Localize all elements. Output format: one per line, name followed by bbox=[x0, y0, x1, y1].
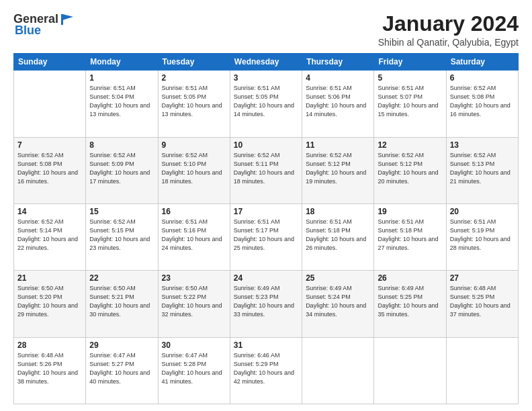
table-row bbox=[374, 337, 446, 404]
header: General Blue January 2024 Shibin al Qana… bbox=[13, 12, 519, 48]
header-thursday: Thursday bbox=[302, 54, 374, 71]
day-info: Sunrise: 6:52 AM Sunset: 5:14 PM Dayligh… bbox=[17, 218, 82, 253]
calendar-week-row: 1 Sunrise: 6:51 AM Sunset: 5:04 PM Dayli… bbox=[14, 71, 519, 137]
table-row: 18 Sunrise: 6:51 AM Sunset: 5:18 PM Dayl… bbox=[302, 203, 374, 270]
day-number: 17 bbox=[234, 207, 298, 216]
day-number: 29 bbox=[89, 340, 154, 350]
day-info: Sunrise: 6:52 AM Sunset: 5:08 PM Dayligh… bbox=[450, 84, 515, 119]
title-block: January 2024 Shibin al Qanatir, Qalyubia… bbox=[378, 12, 519, 48]
day-info: Sunrise: 6:48 AM Sunset: 5:25 PM Dayligh… bbox=[450, 284, 515, 319]
day-number: 8 bbox=[89, 140, 154, 150]
table-row: 3 Sunrise: 6:51 AM Sunset: 5:05 PM Dayli… bbox=[230, 71, 302, 137]
day-info: Sunrise: 6:51 AM Sunset: 5:07 PM Dayligh… bbox=[378, 84, 442, 119]
table-row: 27 Sunrise: 6:48 AM Sunset: 5:25 PM Dayl… bbox=[446, 271, 518, 337]
table-row: 25 Sunrise: 6:49 AM Sunset: 5:24 PM Dayl… bbox=[302, 271, 374, 337]
table-row: 6 Sunrise: 6:52 AM Sunset: 5:08 PM Dayli… bbox=[446, 71, 518, 137]
title-location: Shibin al Qanatir, Qalyubia, Egypt bbox=[378, 37, 519, 48]
day-number: 24 bbox=[234, 273, 298, 283]
table-row: 11 Sunrise: 6:52 AM Sunset: 5:12 PM Dayl… bbox=[302, 137, 374, 203]
day-number: 7 bbox=[17, 140, 82, 150]
day-info: Sunrise: 6:49 AM Sunset: 5:25 PM Dayligh… bbox=[378, 284, 442, 319]
day-info: Sunrise: 6:51 AM Sunset: 5:17 PM Dayligh… bbox=[234, 218, 298, 253]
day-info: Sunrise: 6:52 AM Sunset: 5:08 PM Dayligh… bbox=[17, 151, 82, 186]
day-number: 2 bbox=[162, 73, 226, 83]
day-info: Sunrise: 6:51 AM Sunset: 5:05 PM Dayligh… bbox=[162, 84, 226, 119]
svg-marker-0 bbox=[62, 14, 73, 20]
day-info: Sunrise: 6:52 AM Sunset: 5:12 PM Dayligh… bbox=[378, 151, 442, 186]
calendar-week-row: 7 Sunrise: 6:52 AM Sunset: 5:08 PM Dayli… bbox=[14, 137, 519, 203]
table-row: 22 Sunrise: 6:50 AM Sunset: 5:21 PM Dayl… bbox=[86, 271, 158, 337]
table-row: 21 Sunrise: 6:50 AM Sunset: 5:20 PM Dayl… bbox=[14, 271, 86, 337]
day-number: 15 bbox=[89, 207, 154, 216]
day-info: Sunrise: 6:52 AM Sunset: 5:13 PM Dayligh… bbox=[450, 151, 515, 186]
day-number: 30 bbox=[162, 340, 226, 350]
table-row: 31 Sunrise: 6:46 AM Sunset: 5:29 PM Dayl… bbox=[230, 337, 302, 404]
day-number: 27 bbox=[450, 273, 515, 283]
day-number: 23 bbox=[162, 273, 226, 283]
day-number: 9 bbox=[162, 140, 226, 150]
table-row: 2 Sunrise: 6:51 AM Sunset: 5:05 PM Dayli… bbox=[158, 71, 230, 137]
day-info: Sunrise: 6:47 AM Sunset: 5:27 PM Dayligh… bbox=[89, 351, 154, 386]
day-number: 31 bbox=[234, 340, 298, 350]
day-info: Sunrise: 6:52 AM Sunset: 5:15 PM Dayligh… bbox=[89, 218, 154, 253]
calendar-week-row: 28 Sunrise: 6:48 AM Sunset: 5:26 PM Dayl… bbox=[14, 337, 519, 404]
day-number: 5 bbox=[378, 73, 442, 83]
day-info: Sunrise: 6:52 AM Sunset: 5:12 PM Dayligh… bbox=[306, 151, 370, 186]
table-row: 1 Sunrise: 6:51 AM Sunset: 5:04 PM Dayli… bbox=[86, 71, 158, 137]
table-row: 26 Sunrise: 6:49 AM Sunset: 5:25 PM Dayl… bbox=[374, 271, 446, 337]
table-row: 5 Sunrise: 6:51 AM Sunset: 5:07 PM Dayli… bbox=[374, 71, 446, 137]
day-number: 16 bbox=[162, 207, 226, 216]
day-number: 21 bbox=[17, 273, 82, 283]
table-row: 8 Sunrise: 6:52 AM Sunset: 5:09 PM Dayli… bbox=[86, 137, 158, 203]
day-info: Sunrise: 6:52 AM Sunset: 5:11 PM Dayligh… bbox=[234, 151, 298, 186]
day-number: 22 bbox=[89, 273, 154, 283]
table-row: 17 Sunrise: 6:51 AM Sunset: 5:17 PM Dayl… bbox=[230, 203, 302, 270]
table-row: 14 Sunrise: 6:52 AM Sunset: 5:14 PM Dayl… bbox=[14, 203, 86, 270]
header-saturday: Saturday bbox=[446, 54, 518, 71]
header-sunday: Sunday bbox=[14, 54, 86, 71]
day-number: 14 bbox=[17, 207, 82, 216]
calendar-table: Sunday Monday Tuesday Wednesday Thursday… bbox=[13, 53, 519, 404]
table-row bbox=[302, 337, 374, 404]
table-row bbox=[446, 337, 518, 404]
day-info: Sunrise: 6:50 AM Sunset: 5:20 PM Dayligh… bbox=[17, 284, 82, 319]
day-info: Sunrise: 6:51 AM Sunset: 5:16 PM Dayligh… bbox=[162, 218, 226, 253]
day-number: 6 bbox=[450, 73, 515, 83]
day-number: 3 bbox=[234, 73, 298, 83]
day-info: Sunrise: 6:51 AM Sunset: 5:18 PM Dayligh… bbox=[306, 218, 370, 253]
table-row: 30 Sunrise: 6:47 AM Sunset: 5:28 PM Dayl… bbox=[158, 337, 230, 404]
day-info: Sunrise: 6:46 AM Sunset: 5:29 PM Dayligh… bbox=[234, 351, 298, 386]
header-wednesday: Wednesday bbox=[230, 54, 302, 71]
table-row: 28 Sunrise: 6:48 AM Sunset: 5:26 PM Dayl… bbox=[14, 337, 86, 404]
day-number: 20 bbox=[450, 207, 515, 216]
day-number: 4 bbox=[306, 73, 370, 83]
header-friday: Friday bbox=[374, 54, 446, 71]
svg-rect-1 bbox=[61, 14, 63, 25]
day-number: 10 bbox=[234, 140, 298, 150]
day-info: Sunrise: 6:51 AM Sunset: 5:05 PM Dayligh… bbox=[234, 84, 298, 119]
day-info: Sunrise: 6:49 AM Sunset: 5:24 PM Dayligh… bbox=[306, 284, 370, 319]
table-row: 24 Sunrise: 6:49 AM Sunset: 5:23 PM Dayl… bbox=[230, 271, 302, 337]
day-number: 1 bbox=[89, 73, 154, 83]
logo-blue-text: Blue bbox=[15, 24, 41, 38]
day-number: 13 bbox=[450, 140, 515, 150]
day-info: Sunrise: 6:50 AM Sunset: 5:22 PM Dayligh… bbox=[162, 284, 226, 319]
day-info: Sunrise: 6:51 AM Sunset: 5:19 PM Dayligh… bbox=[450, 218, 515, 253]
calendar-week-row: 21 Sunrise: 6:50 AM Sunset: 5:20 PM Dayl… bbox=[14, 271, 519, 337]
table-row bbox=[14, 71, 86, 137]
logo: General Blue bbox=[13, 12, 73, 38]
day-number: 18 bbox=[306, 207, 370, 216]
table-row: 15 Sunrise: 6:52 AM Sunset: 5:15 PM Dayl… bbox=[86, 203, 158, 270]
day-info: Sunrise: 6:52 AM Sunset: 5:10 PM Dayligh… bbox=[162, 151, 226, 186]
table-row: 13 Sunrise: 6:52 AM Sunset: 5:13 PM Dayl… bbox=[446, 137, 518, 203]
table-row: 20 Sunrise: 6:51 AM Sunset: 5:19 PM Dayl… bbox=[446, 203, 518, 270]
day-number: 28 bbox=[17, 340, 82, 350]
header-monday: Monday bbox=[86, 54, 158, 71]
day-info: Sunrise: 6:52 AM Sunset: 5:09 PM Dayligh… bbox=[89, 151, 154, 186]
title-month: January 2024 bbox=[378, 12, 519, 36]
header-tuesday: Tuesday bbox=[158, 54, 230, 71]
table-row: 9 Sunrise: 6:52 AM Sunset: 5:10 PM Dayli… bbox=[158, 137, 230, 203]
day-number: 11 bbox=[306, 140, 370, 150]
table-row: 19 Sunrise: 6:51 AM Sunset: 5:18 PM Dayl… bbox=[374, 203, 446, 270]
table-row: 4 Sunrise: 6:51 AM Sunset: 5:06 PM Dayli… bbox=[302, 71, 374, 137]
